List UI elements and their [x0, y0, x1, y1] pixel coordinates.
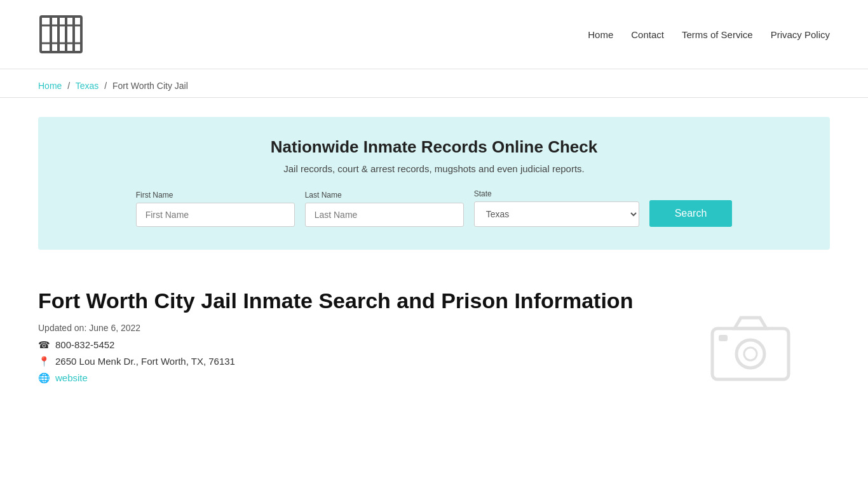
search-form: First Name Last Name State Texas Alabama…	[64, 189, 804, 227]
breadcrumb-state[interactable]: Texas	[76, 81, 99, 91]
website-link[interactable]: website	[55, 372, 88, 383]
state-select[interactable]: Texas Alabama Alaska California Florida	[474, 201, 639, 227]
last-name-input[interactable]	[305, 203, 464, 227]
main-content: Fort Worth City Jail Inmate Search and P…	[0, 269, 868, 408]
last-name-label: Last Name	[305, 191, 464, 200]
breadcrumb: Home / Texas / Fort Worth City Jail	[0, 69, 868, 98]
last-name-group: Last Name	[305, 191, 464, 227]
svg-rect-0	[41, 17, 81, 52]
phone-number: 800-832-5452	[55, 339, 114, 350]
first-name-input[interactable]	[136, 203, 295, 227]
phone-icon: ☎	[38, 339, 50, 351]
location-icon: 📍	[38, 356, 50, 367]
search-button[interactable]: Search	[649, 200, 733, 227]
first-name-label: First Name	[136, 191, 295, 200]
nav-contact[interactable]: Contact	[631, 29, 664, 40]
camera-icon	[709, 313, 792, 383]
main-nav: Home Contact Terms of Service Privacy Po…	[588, 29, 830, 40]
site-header: Home Contact Terms of Service Privacy Po…	[0, 0, 868, 69]
nav-home[interactable]: Home	[588, 29, 613, 40]
nav-privacy[interactable]: Privacy Policy	[771, 29, 830, 40]
logo[interactable]	[38, 11, 84, 57]
svg-point-9	[744, 348, 757, 360]
breadcrumb-current: Fort Worth City Jail	[112, 81, 188, 91]
nav-terms[interactable]: Terms of Service	[682, 29, 753, 40]
camera-placeholder	[709, 313, 792, 383]
address-text: 2650 Lou Menk Dr., Fort Worth, TX, 76131	[55, 356, 235, 367]
first-name-group: First Name	[136, 191, 295, 227]
banner-title: Nationwide Inmate Records Online Check	[64, 137, 804, 157]
logo-icon	[38, 11, 84, 57]
breadcrumb-home[interactable]: Home	[38, 81, 62, 91]
banner-subtitle: Jail records, court & arrest records, mu…	[64, 163, 804, 174]
svg-point-8	[736, 340, 764, 368]
page-title: Fort Worth City Jail Inmate Search and P…	[38, 288, 830, 314]
globe-icon: 🌐	[38, 372, 50, 384]
state-label: State	[474, 189, 639, 198]
state-group: State Texas Alabama Alaska California Fl…	[474, 189, 639, 227]
search-banner: Nationwide Inmate Records Online Check J…	[38, 117, 830, 250]
svg-rect-10	[719, 335, 728, 341]
